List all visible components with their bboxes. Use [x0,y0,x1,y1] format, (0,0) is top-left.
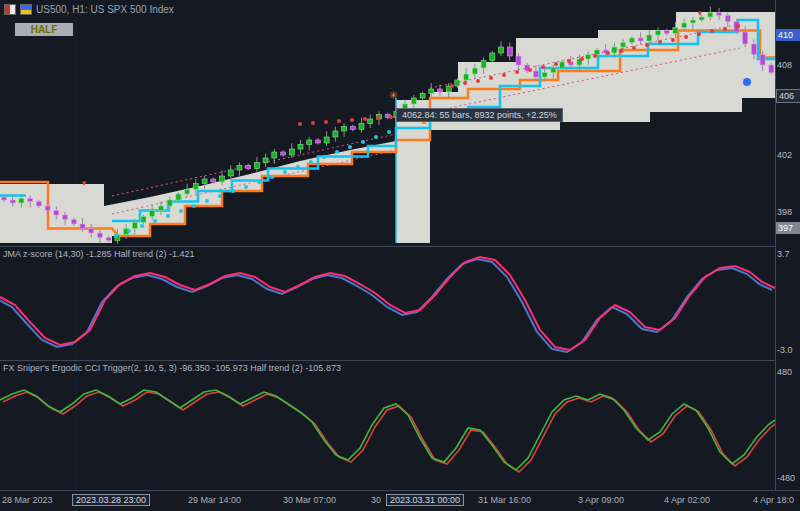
candle [673,28,678,34]
trail-dot-cyan [322,155,326,159]
trail-dot-cyan [179,209,183,213]
trail-dot-cyan [309,160,313,164]
jma-blue-line [0,259,772,352]
candle [2,197,7,200]
trail-dot-cyan [127,229,131,233]
jma-pink-line [0,257,775,350]
trail-dot-red [593,54,597,58]
candle [333,131,338,137]
arrow-down-marker: ▼ [696,9,704,18]
trail-dot-cyan [296,165,300,169]
time-axis-label: 30 [371,495,381,505]
candle [150,211,155,217]
trail-dot-red [298,122,302,126]
signal-dot [743,78,751,86]
candle [490,53,495,61]
trail-dot-cyan [335,150,339,154]
trail-dot-red [450,84,454,88]
trail-dot-cyan [244,185,248,189]
half-trend-channel [0,184,104,243]
candle [220,176,225,182]
candle [141,217,146,223]
price-axis-label: 402 [777,149,799,161]
candle [167,200,172,206]
candle [429,89,434,94]
candle [176,194,181,200]
candle [63,215,68,220]
time-axis-label: 4 Apr 18:0 [753,495,794,505]
candle [10,200,15,203]
trail-dot-cyan [387,130,391,134]
trail-dot-red [489,76,493,80]
candle [595,50,600,55]
trail-dot-red [567,59,571,63]
time-axis-label: 29 Mar 14:00 [188,495,241,505]
time-axis-label: 28 Mar 2023 [2,495,53,505]
candle [499,47,504,53]
candle [272,152,277,158]
candle [106,238,111,241]
panel-separator[interactable] [0,360,776,361]
trail-dot-cyan [166,214,170,218]
trail-dot-red [376,116,380,120]
cci-green-line [0,390,775,470]
candle [656,31,661,36]
candle [263,158,268,163]
trail-dot-red [684,35,688,39]
candle [682,23,687,28]
price-axis-label: 408 [777,59,799,71]
chart-canvas[interactable]: ✳▲▼▼ [0,0,776,490]
trail-dot-cyan [257,180,261,184]
candle [36,202,41,207]
candle [132,223,137,229]
candle [542,73,547,78]
candle [664,31,669,34]
indicator-window-icon [20,4,32,15]
trading-terminal-window: ✳▲▼▼ US500, H1: US SPX 500 Index HALF 40… [0,0,800,511]
candle [411,98,416,104]
price-axis-label: 406 [776,89,800,103]
candle [560,62,565,68]
trail-dot-cyan [192,204,196,208]
trail-dot-cyan [140,224,144,228]
price-axis-label: 397 [776,222,800,234]
candle [629,38,634,43]
candle [769,65,774,73]
candle [237,166,242,171]
jma-indicator-label: JMA z-score (14,30) -1.285 Half trend (2… [3,249,195,259]
chart-title-bar: US500, H1: US SPX 500 Index [4,4,174,15]
trail-dot-red [723,27,727,31]
candle [211,179,216,182]
trail-dot-cyan [283,170,287,174]
time-axis-label-highlighted: 2023.03.31 00:00 [386,494,464,506]
time-axis-label: 4 Apr 02:00 [664,495,710,505]
trail-dot-red [311,121,315,125]
candle [28,199,33,202]
arrow-down-marker: ▼ [80,179,88,188]
candle [254,163,259,169]
candle [307,140,312,145]
candle [80,224,85,229]
candle [315,140,320,143]
trail-dot-cyan [374,135,378,139]
price-axis[interactable]: 4104084064023983973.7-3.0480-480 [776,0,800,490]
cci-axis-label: 480 [777,366,799,378]
panel-separator[interactable] [0,246,776,247]
trail-dot-red [502,73,506,77]
trail-dot-red [645,43,649,47]
candle [298,145,303,150]
time-axis-label: 30 Mar 07:00 [283,495,336,505]
trail-dot-red [463,81,467,85]
crosshair-tooltip: 4062.84: 55 bars, 8932 points, +2.25% [396,108,563,122]
candle [368,119,373,124]
candle [342,127,347,132]
trail-dot-red [658,40,662,44]
trail-dot-cyan [114,234,118,238]
candle [472,68,477,74]
cci-indicator-label: FX Sniper's Ergodic CCI Trigger(2, 10, 5… [3,363,341,373]
candle [708,13,713,18]
candle [281,152,286,155]
time-axis[interactable]: 28 Mar 20232023.03.28 23:0029 Mar 14:003… [0,491,800,511]
candle [420,94,425,99]
candle [455,80,460,86]
